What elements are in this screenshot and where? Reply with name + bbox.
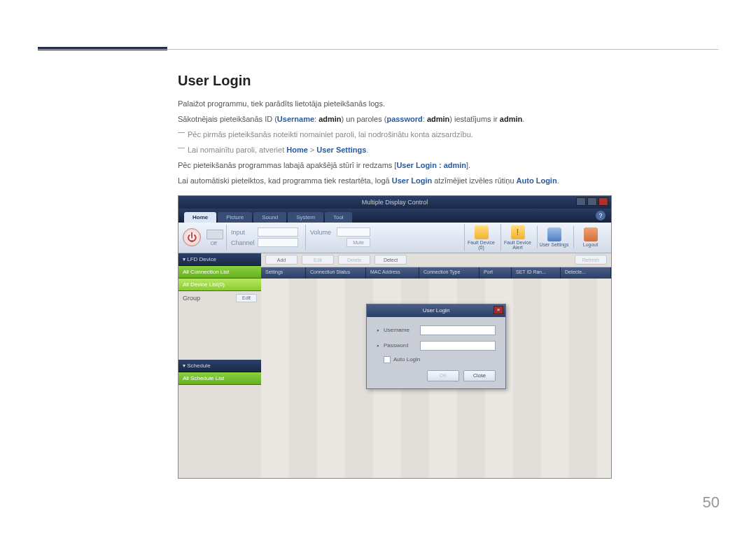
tab-home[interactable]: Home [184, 212, 216, 223]
tab-system[interactable]: System [288, 212, 323, 223]
volume-group: Volume Mute [305, 225, 374, 250]
login-indicator-paragraph: Pēc pieteikšanās programmas labajā apakš… [178, 160, 612, 171]
main-area: LFD Device All Connection List All Devic… [178, 253, 611, 479]
auto-login-label: Auto Login [393, 356, 420, 363]
power-off-label: Off [210, 241, 216, 246]
sidebar-lfd-header[interactable]: LFD Device [178, 253, 261, 266]
logout-button[interactable]: Logout [573, 226, 607, 248]
password-field[interactable] [420, 341, 496, 351]
input-label: Input [231, 229, 255, 236]
app-title: Multiple Display Control [362, 199, 428, 206]
mute-button[interactable]: Mute [346, 238, 370, 247]
input-select[interactable] [258, 227, 298, 237]
auto-login-paragraph: Lai automātiski pieteiktos, kad programm… [178, 176, 612, 187]
col-detected[interactable]: Detecte... [561, 267, 611, 279]
tab-tool[interactable]: Tool [325, 212, 352, 223]
bullet-icon: ▪ [377, 342, 381, 349]
password-highlight: password [386, 115, 422, 123]
intro-paragraph: Palaižot programmu, tiek parādīts lietot… [178, 99, 612, 110]
auto-login-highlight: Auto Login [517, 176, 557, 185]
refresh-button[interactable]: Refresh [575, 255, 607, 265]
delete-button[interactable]: Delete [338, 255, 370, 265]
user-settings-button[interactable]: User Settings [537, 226, 570, 248]
maximize-button[interactable] [587, 197, 597, 206]
col-settings[interactable]: Settings [261, 267, 306, 279]
username-label: Username [384, 327, 417, 333]
col-mac-address[interactable]: MAC Address [366, 267, 419, 279]
col-connection-status[interactable]: Connection Status [306, 267, 366, 279]
power-icon: ⏻ [187, 232, 197, 243]
table-headers: Settings Connection Status MAC Address C… [261, 267, 611, 279]
detect-button[interactable]: Detect [374, 255, 407, 265]
password-label: Password [384, 342, 417, 349]
main-content: User Login Palaižot programmu, tiek parā… [178, 73, 612, 479]
power-chip[interactable] [206, 230, 223, 239]
table-grid: User Login × ▪ Username ▪ Password [261, 279, 611, 479]
user-settings-highlight: User Settings [316, 146, 366, 154]
tab-sound[interactable]: Sound [253, 212, 286, 223]
user-icon [547, 227, 561, 241]
input-channel-group: Input Channel [226, 225, 302, 250]
edit-button[interactable]: Edit [302, 255, 334, 265]
warning-icon [475, 225, 489, 239]
add-button[interactable]: Add [265, 255, 298, 265]
sidebar-all-schedule[interactable]: All Schedule List [178, 372, 261, 385]
workarea-toolbar: Add Edit Delete Detect Refresh [261, 253, 611, 267]
user-login-admin-highlight: User Login : admin [396, 161, 466, 169]
auto-login-row[interactable]: Auto Login [384, 356, 496, 363]
auto-login-checkbox[interactable] [384, 356, 391, 363]
workarea: Add Edit Delete Detect Refresh Settings … [261, 253, 611, 479]
home-highlight: Home [286, 146, 308, 154]
header-divider [38, 49, 718, 50]
channel-select[interactable] [258, 238, 298, 247]
username-field[interactable] [420, 325, 496, 335]
minimize-button[interactable] [576, 197, 586, 206]
group-label: Group [183, 295, 200, 302]
sidebar-body: Group Edit [178, 291, 261, 360]
volume-label: Volume [310, 229, 334, 236]
sidebar-schedule-body [178, 385, 261, 479]
sidebar-all-device[interactable]: All Device List(0) [178, 279, 261, 291]
login-dialog: User Login × ▪ Username ▪ Password [366, 304, 506, 389]
dialog-title: User Login × [367, 304, 505, 317]
note-user-settings-path: Lai nomainītu paroli, atveriet Home > Us… [178, 145, 612, 156]
bullet-icon: ▪ [377, 327, 381, 334]
toolbar: ⏻ Off Input Channel Volume [178, 223, 611, 253]
note-change-password: Pēc pirmās pieteikšanās noteikti nomaini… [178, 129, 612, 141]
page-number: 50 [703, 493, 720, 512]
logout-icon [584, 227, 598, 241]
titlebar: Multiple Display Control [178, 196, 611, 209]
page-title: User Login [178, 73, 612, 89]
username-highlight: Username [277, 115, 314, 123]
col-connection-type[interactable]: Connection Type [419, 267, 479, 279]
app-window: Multiple Display Control Home Picture So… [178, 195, 612, 479]
group-edit-button[interactable]: Edit [236, 294, 257, 302]
sidebar-all-connection[interactable]: All Connection List [178, 266, 261, 279]
dialog-body: ▪ Username ▪ Password Aut [367, 317, 505, 388]
close-window-button[interactable] [598, 197, 608, 206]
tab-picture[interactable]: Picture [218, 212, 252, 223]
tabbar: Home Picture Sound System Tool ? [178, 209, 611, 223]
sidebar-schedule-header[interactable]: Schedule [178, 360, 261, 372]
close-button[interactable]: Close [463, 370, 496, 381]
col-port[interactable]: Port [479, 267, 512, 279]
sidebar: LFD Device All Connection List All Devic… [178, 253, 261, 479]
help-icon[interactable]: ? [596, 211, 606, 220]
fault-device-button[interactable]: Fault Device (0) [464, 224, 498, 251]
volume-value[interactable] [337, 227, 370, 237]
default-credentials-paragraph: Sākotnējais pieteikšanās ID (Username: a… [178, 114, 612, 125]
dialog-close-button[interactable]: × [493, 306, 503, 314]
warning-alert-icon [511, 225, 525, 239]
channel-label: Channel [231, 239, 255, 246]
window-controls [576, 197, 608, 206]
fault-alert-button[interactable]: Fault Device Alert [500, 224, 534, 251]
user-login-highlight: User Login [392, 176, 432, 185]
ok-button[interactable]: OK [427, 370, 459, 381]
col-set-id-range[interactable]: SET ID Ran... [512, 267, 561, 279]
power-button[interactable]: ⏻ [183, 228, 201, 246]
